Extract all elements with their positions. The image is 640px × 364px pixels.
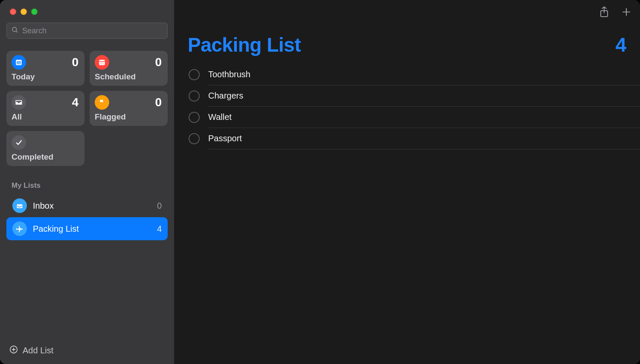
tray-small-icon	[12, 198, 27, 213]
smart-scheduled-count: 0	[155, 55, 162, 69]
reminder-checkbox[interactable]	[189, 133, 200, 144]
sidebar: 20 0 Today 0 Scheduled	[0, 0, 174, 364]
flag-icon	[95, 95, 109, 110]
plus-circle-icon	[9, 345, 18, 356]
list-item-label: Packing List	[33, 224, 151, 234]
smart-flagged[interactable]: 0 Flagged	[90, 91, 168, 126]
svg-point-10	[100, 64, 101, 64]
smart-today-label: Today	[12, 72, 79, 82]
smart-scheduled[interactable]: 0 Scheduled	[90, 51, 168, 86]
smart-lists: 20 0 Today 0 Scheduled	[6, 51, 168, 166]
list-header: Packing List 4	[174, 0, 640, 64]
my-lists-header: My Lists	[6, 179, 168, 192]
tray-icon	[12, 95, 26, 110]
search-icon	[11, 26, 19, 35]
toolbar	[599, 6, 631, 20]
reminder-row[interactable]: Chargers	[188, 85, 640, 107]
reminder-checkbox[interactable]	[189, 90, 200, 102]
search-input[interactable]	[22, 26, 163, 35]
list-item-packing-list[interactable]: Packing List 4	[6, 217, 168, 240]
share-icon	[599, 12, 609, 19]
reminder-row[interactable]: Toothbrush	[188, 64, 640, 85]
reminder-checkbox[interactable]	[189, 112, 200, 123]
window-minimize-button[interactable]	[20, 9, 27, 15]
smart-all[interactable]: 4 All	[6, 91, 84, 126]
reminder-title: Passport	[208, 134, 242, 143]
add-list-button[interactable]: Add List	[6, 338, 168, 364]
add-list-label: Add List	[23, 346, 53, 355]
svg-point-7	[100, 62, 101, 63]
list-item-count: 4	[157, 224, 162, 234]
reminder-checkbox[interactable]	[189, 69, 200, 80]
smart-today[interactable]: 20 0 Today	[6, 51, 84, 86]
svg-point-9	[103, 62, 104, 63]
plus-icon	[621, 11, 631, 18]
smart-completed[interactable]: Completed	[6, 131, 84, 166]
list-total-count: 4	[615, 33, 626, 56]
svg-point-12	[103, 64, 104, 64]
main-content: Packing List 4 Toothbrush Chargers Walle…	[174, 0, 640, 364]
reminder-title: Toothbrush	[208, 70, 250, 79]
calendar-today-icon: 20	[12, 55, 26, 70]
checkmark-icon	[12, 135, 26, 150]
smart-all-count: 4	[72, 96, 79, 109]
svg-point-8	[102, 62, 102, 63]
window-close-button[interactable]	[10, 9, 16, 15]
list-item-count: 0	[157, 201, 162, 211]
svg-line-1	[16, 31, 17, 32]
smart-today-count: 0	[72, 55, 79, 69]
reminder-title: Chargers	[208, 91, 243, 100]
reminder-row[interactable]: Wallet	[188, 107, 640, 128]
share-button[interactable]	[599, 6, 609, 20]
window-controls	[6, 8, 168, 23]
list-item-label: Inbox	[33, 201, 151, 211]
svg-point-0	[12, 27, 17, 32]
reminders-list: Toothbrush Chargers Wallet Passport	[174, 64, 640, 149]
calendar-icon	[95, 55, 109, 70]
window-zoom-button[interactable]	[31, 9, 38, 15]
list-title: Packing List	[188, 33, 301, 56]
list-item-inbox[interactable]: Inbox 0	[6, 194, 168, 217]
my-lists: Inbox 0 Packing List 4	[6, 194, 168, 240]
svg-point-11	[102, 64, 102, 64]
airplane-icon	[12, 221, 27, 236]
smart-scheduled-label: Scheduled	[95, 72, 162, 82]
smart-all-label: All	[12, 112, 79, 122]
smart-flagged-count: 0	[155, 96, 162, 109]
app-window: 20 0 Today 0 Scheduled	[0, 0, 640, 364]
smart-flagged-label: Flagged	[95, 112, 162, 122]
smart-completed-label: Completed	[12, 152, 79, 162]
reminder-row[interactable]: Passport	[188, 128, 640, 149]
svg-text:20: 20	[17, 61, 20, 64]
reminder-title: Wallet	[208, 112, 232, 122]
search-field[interactable]	[6, 23, 168, 39]
new-reminder-button[interactable]	[621, 7, 631, 19]
